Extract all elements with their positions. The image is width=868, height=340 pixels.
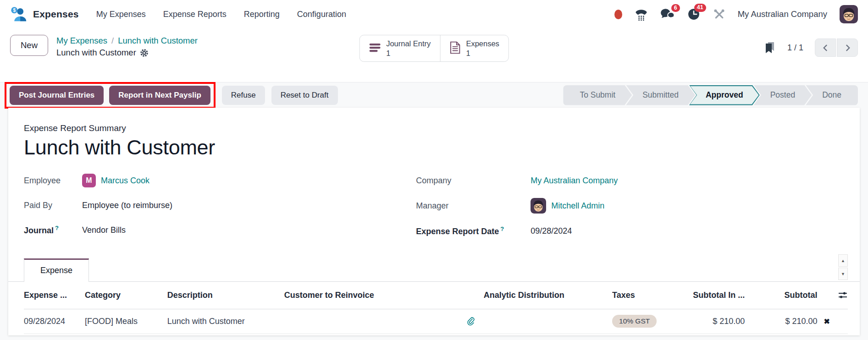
field-paid-by: Paid By Employee (to reimburse) [24,198,416,213]
breadcrumb-current-record[interactable]: Lunch with Customer [118,36,198,46]
main-menu: My Expenses Expense Reports Reporting Co… [96,10,346,19]
smart-button-count: 1 [466,49,499,58]
activities-count-badge: 41 [694,4,706,12]
delete-line-icon[interactable]: ✖ [817,318,829,325]
pager-counter: 1 / 1 [787,43,803,53]
red-highlight-annotation: Post Journal Entries Report in Next Pays… [5,82,216,109]
smart-buttons: Journal Entry 1 Expenses 1 [359,35,509,62]
scroll-down-icon[interactable]: ▼ [838,268,848,280]
expense-document-icon [449,41,460,56]
scroll-up-icon[interactable]: ▲ [838,254,848,267]
recording-indicator-icon [614,10,622,19]
cell-expense-date[interactable]: 09/28/2024 [24,309,85,334]
help-tooltip-icon[interactable]: ? [500,225,504,232]
manager-avatar [531,198,546,214]
cell-category[interactable]: [FOOD] Meals [85,309,167,334]
table-header-row: Expense ... Category Description Custome… [24,282,848,309]
cell-subtotal: $ 210.00 [745,309,817,334]
tab-expense[interactable]: Expense [24,258,89,282]
menu-expense-reports[interactable]: Expense Reports [163,10,227,19]
col-category[interactable]: Category [85,282,167,309]
user-avatar[interactable] [840,5,858,23]
activities-clock-icon[interactable]: 41 [687,7,701,21]
record-subtitle: Lunch with Customer [56,48,136,58]
cell-subtotal-in: $ 210.00 [686,309,745,334]
smart-button-journal-entry[interactable]: Journal Entry 1 [359,35,440,61]
pager-next-button[interactable] [837,38,858,57]
svg-text:$: $ [13,7,16,12]
action-bar: Post Journal Entries Report in Next Pays… [0,82,868,108]
reset-to-draft-button[interactable]: Reset to Draft [271,86,338,105]
status-step-posted[interactable]: Posted [754,85,812,105]
smart-button-label: Expenses [466,39,499,49]
manager-link[interactable]: Mitchell Admin [551,201,604,211]
debug-tools-icon[interactable] [713,8,725,21]
col-description[interactable]: Description [167,282,284,309]
voip-phone-icon[interactable] [635,8,648,21]
field-label: Manager [416,201,531,211]
cell-customer-to-reinvoice[interactable] [284,309,458,334]
expense-line-row[interactable]: 09/28/2024 [FOOD] Meals Lunch with Custo… [24,309,848,334]
cell-description[interactable]: Lunch with Customer [167,309,284,334]
statusbar: To Submit Submitted Approved Posted Done [563,85,858,105]
optional-columns-sliders-icon[interactable] [817,291,848,300]
field-company: Company My Australian Company [416,173,844,188]
breadcrumb-my-expenses[interactable]: My Expenses [56,36,107,46]
col-analytic-distribution[interactable]: Analytic Distribution [484,282,612,309]
new-button[interactable]: New [10,35,48,56]
employee-link[interactable]: Marcus Cook [101,176,149,186]
smart-button-label: Journal Entry [386,39,431,49]
gear-actions-icon[interactable] [140,49,149,57]
field-journal: Journal? Vendor Bills [24,223,416,237]
form-sheet: Expense Report Summary Lunch with Custom… [8,108,860,335]
paid-by-value[interactable]: Employee (to reimburse) [82,201,172,210]
notebook-tabs: Expense [8,258,860,282]
col-subtotal[interactable]: Subtotal [745,282,817,309]
expenses-app-icon: $ [10,6,27,23]
field-label: Journal? [24,225,82,236]
help-tooltip-icon[interactable]: ? [55,225,59,231]
status-step-submitted[interactable]: Submitted [626,85,695,105]
col-subtotal-in[interactable]: Subtotal In ... [686,282,745,309]
attachment-paperclip-icon[interactable] [458,317,484,326]
expense-report-date-value[interactable]: 09/28/2024 [531,226,572,236]
expense-lines-table: Expense ... Category Description Custome… [24,282,848,334]
table-scrollbar: ▲ ▼ [838,254,848,280]
menu-my-expenses[interactable]: My Expenses [96,10,146,19]
report-in-next-payslip-button[interactable]: Report in Next Payslip [109,86,210,105]
status-step-approved[interactable]: Approved [689,85,760,105]
field-manager: Manager [416,198,844,214]
journal-entry-bars-icon [369,43,381,55]
page-title[interactable]: Lunch with Customer [24,136,844,159]
status-step-to-submit[interactable]: To Submit [563,85,632,105]
bookmark-favorite-icon[interactable] [764,41,776,54]
col-taxes[interactable]: Taxes [612,282,686,309]
post-journal-entries-button[interactable]: Post Journal Entries [10,86,104,105]
summary-label: Expense Report Summary [24,123,844,133]
breadcrumb-separator: / [111,36,114,46]
field-label: Company [416,176,531,186]
status-step-done[interactable]: Done [806,85,858,105]
menu-reporting[interactable]: Reporting [244,10,280,19]
field-expense-report-date: Expense Report Date? 09/28/2024 [416,224,844,238]
journal-value[interactable]: Vendor Bills [82,225,126,235]
messages-count-badge: 6 [671,4,680,12]
refuse-button[interactable]: Refuse [222,86,265,105]
breadcrumb: My Expenses / Lunch with Customer Lunch … [56,35,198,58]
field-label: Employee [24,176,82,186]
company-link[interactable]: My Australian Company [531,176,618,186]
messages-icon[interactable]: 6 [660,8,674,21]
top-navbar: $ Expenses My Expenses Expense Reports R… [0,0,868,28]
col-expense-date[interactable]: Expense ... [24,282,85,309]
company-switcher[interactable]: My Australian Company [738,9,827,19]
col-attachment [458,282,484,309]
pager-previous-button[interactable] [815,38,836,57]
control-panel: New My Expenses / Lunch with Customer Lu… [0,28,868,82]
col-customer-to-reinvoice[interactable]: Customer to Reinvoice [284,282,458,309]
field-label: Expense Report Date? [416,225,531,236]
cell-analytic-distribution[interactable] [484,309,612,334]
smart-button-expenses[interactable]: Expenses 1 [440,35,508,61]
app-switcher[interactable]: $ Expenses [10,6,79,23]
tax-tag[interactable]: 10% GST [612,315,657,328]
menu-configuration[interactable]: Configuration [297,10,346,19]
